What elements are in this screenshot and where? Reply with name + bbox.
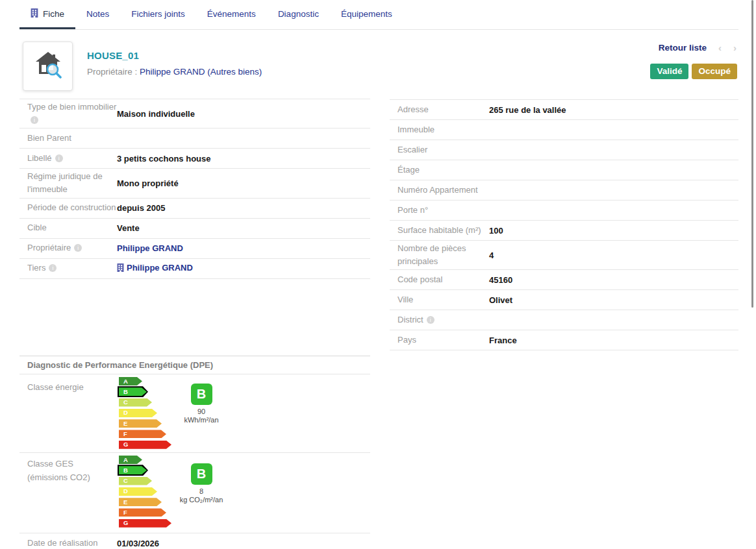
field-label: Surface habitable (m²) xyxy=(397,225,481,235)
tiers-link[interactable]: Philippe GRAND xyxy=(117,263,193,274)
energy-class-result: B 90 kWh/m²/an xyxy=(169,384,234,424)
field-value: 100 xyxy=(489,226,503,236)
dpe-bar-a: A xyxy=(119,456,142,464)
field-value: 01/03/2026 xyxy=(117,539,159,548)
dpe-bar-e: E xyxy=(119,419,162,428)
field-label: Propriétaire xyxy=(27,243,71,252)
field-row-porte: Porte n° xyxy=(390,201,738,221)
field-row-code-postal: Code postal 45160 xyxy=(390,270,738,290)
next-item-icon[interactable]: › xyxy=(733,42,737,53)
field-row-periode-construction: Période de construction depuis 2005 xyxy=(19,199,370,219)
tab-label: Fiche xyxy=(43,9,64,19)
address-details-table: Adresse 265 rue de la vallée Immeuble Es… xyxy=(390,99,738,350)
building-icon xyxy=(31,8,38,19)
tab-label: Événements xyxy=(207,9,256,19)
info-icon[interactable]: i xyxy=(74,244,82,252)
field-label: Adresse xyxy=(397,104,429,114)
property-thumbnail[interactable] xyxy=(23,42,73,91)
tab-diagnostic[interactable]: Diagnostic xyxy=(267,0,330,29)
field-row-regime-juridique: Régime juridique de l'immeuble Mono prop… xyxy=(19,169,370,198)
dpe-bar-d: D xyxy=(119,487,157,496)
field-row-libelle: Libelléi 3 petits cochons house xyxy=(19,149,370,169)
tab-fiche[interactable]: Fiche xyxy=(19,0,75,29)
field-value: depuis 2005 xyxy=(117,203,165,213)
field-label: Cible xyxy=(27,223,47,232)
field-row-bien-parent: Bien Parent xyxy=(19,128,370,149)
field-label: Bien Parent xyxy=(27,133,71,143)
field-label: Nombre de pièces principales xyxy=(397,243,466,266)
field-row-pays: Pays France xyxy=(390,330,738,350)
page-title: HOUSE_01 xyxy=(87,50,262,61)
tab-label: Notes xyxy=(86,9,109,19)
tab-evenements[interactable]: Événements xyxy=(196,0,267,29)
field-label: Classe GES xyxy=(27,459,73,469)
tiers-value: Philippe GRAND xyxy=(127,263,193,273)
ges-class-unit: kg CO₂/m²/an xyxy=(169,496,234,504)
field-value: 45160 xyxy=(489,275,512,285)
info-icon[interactable]: i xyxy=(31,116,38,124)
info-icon[interactable]: i xyxy=(55,154,63,162)
field-row-date-realisation: Date de réalisation 01/03/2026 xyxy=(19,533,370,549)
dpe-bar-a: A xyxy=(119,377,142,385)
back-to-list-link[interactable]: Retour liste xyxy=(659,43,707,53)
dpe-bar-d: D xyxy=(119,409,157,417)
field-row-cible: Cible Vente xyxy=(19,219,370,239)
owner-link[interactable]: Philippe GRAND xyxy=(117,243,183,253)
field-value: Mono propriété xyxy=(117,178,179,188)
dpe-bar-f: F xyxy=(119,430,166,438)
header-title-block: HOUSE_01 Propriétaire : Philippe GRAND (… xyxy=(87,50,262,77)
status-badges: Validé Occupé xyxy=(650,64,737,79)
building-icon xyxy=(117,264,124,274)
field-row-adresse: Adresse 265 rue de la vallée xyxy=(390,100,738,120)
field-label: Pays xyxy=(397,335,416,345)
energy-class-scale: ABCDEFG xyxy=(119,377,171,451)
field-row-ville: Ville Olivet xyxy=(390,290,738,310)
dpe-section: Diagnostic de Performance Energétique (D… xyxy=(19,356,370,549)
field-value: 3 petits cochons house xyxy=(117,154,210,164)
field-label: Régime juridique de l'immeuble xyxy=(27,171,103,194)
house-search-icon xyxy=(34,51,62,81)
previous-item-icon[interactable]: ‹ xyxy=(718,42,722,53)
field-label: Numéro Appartement xyxy=(397,185,478,195)
tab-notes[interactable]: Notes xyxy=(75,0,120,29)
tab-equipements[interactable]: Équipements xyxy=(330,0,403,29)
field-label: Ville xyxy=(397,295,413,304)
dpe-bar-c: C xyxy=(119,398,152,407)
field-row-proprietaire: Propriétairei Philippe GRAND xyxy=(19,239,370,259)
ges-class-result: B 8 kg CO₂/m²/an xyxy=(169,463,234,504)
field-label-sub: (émissions CO2) xyxy=(27,472,90,482)
energy-class-unit: kWh/m²/an xyxy=(169,416,234,424)
dpe-bar-b: B xyxy=(119,466,147,474)
field-row-etage: Étage xyxy=(390,160,738,180)
owner-line: Propriétaire : Philippe GRAND (Autres bi… xyxy=(87,67,262,77)
owner-value[interactable]: Philippe GRAND (Autres biens) xyxy=(140,67,262,77)
field-row-district: Districti xyxy=(390,310,738,330)
dpe-bar-e: E xyxy=(119,498,162,506)
dpe-bar-g: G xyxy=(119,441,171,449)
info-icon[interactable]: i xyxy=(49,264,57,272)
field-value: Maison individuelle xyxy=(117,109,195,119)
field-row-immeuble: Immeuble xyxy=(390,120,738,140)
dpe-bar-g: G xyxy=(119,519,171,528)
field-label: Date de réalisation xyxy=(27,538,97,548)
vertical-scrollbar[interactable] xyxy=(751,0,753,308)
field-label: Porte n° xyxy=(397,205,428,215)
field-value: Olivet xyxy=(489,295,512,305)
energy-class-badge: B xyxy=(191,384,212,405)
status-badge-occupe: Occupé xyxy=(692,64,737,79)
info-icon[interactable]: i xyxy=(427,316,435,324)
field-label: District xyxy=(397,315,423,324)
field-value: Vente xyxy=(117,223,140,233)
field-label: Type de bien immobilier xyxy=(27,102,116,112)
dpe-section-title: Diagnostic de Performance Energétique (D… xyxy=(19,356,370,374)
tab-label: Fichiers joints xyxy=(131,9,185,19)
energy-class-row: Classe énergie ABCDEFG B 90 kWh/m²/an xyxy=(19,374,370,453)
field-row-surface-habitable: Surface habitable (m²) 100 xyxy=(390,221,738,241)
field-label: Étage xyxy=(397,165,420,175)
tab-fichiers-joints[interactable]: Fichiers joints xyxy=(120,0,196,29)
field-label: Période de construction xyxy=(27,202,116,212)
field-row-type-de-bien: Type de bien immobilieri Maison individu… xyxy=(19,99,370,128)
field-row-tiers: Tiersi Philippe GRAND xyxy=(19,259,370,279)
tab-bar: Fiche Notes Fichiers joints Événements D… xyxy=(19,0,738,30)
property-sheet-page: Fiche Notes Fichiers joints Événements D… xyxy=(0,0,756,549)
